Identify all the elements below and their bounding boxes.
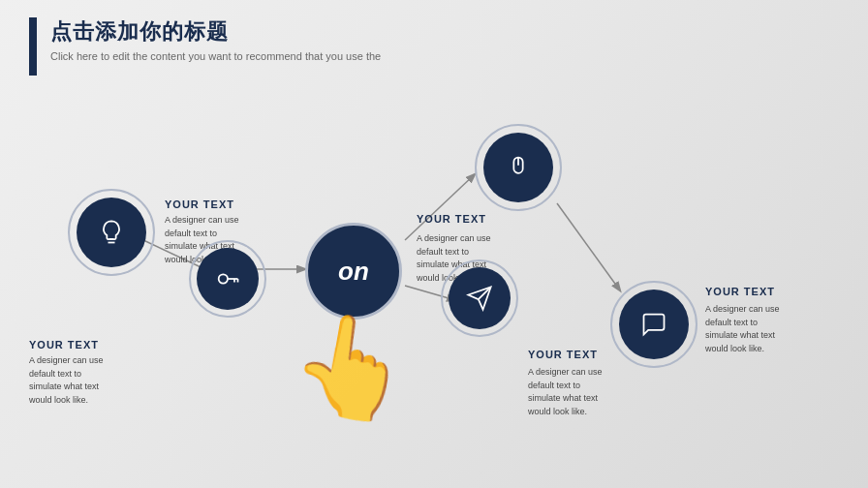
diagram: YOUR TEXT A designer can usedefault text… (0, 97, 868, 488)
chat-title: YOUR TEXT (705, 286, 822, 297)
chat-body: A designer can usedefault text tosimulat… (705, 303, 851, 355)
chat-circle-inner (619, 290, 689, 359)
plane-circle-inner (449, 267, 511, 329)
plane-label: A designer can usedefault text tosimulat… (528, 366, 644, 418)
header-text: 点击添加你的标题 Click here to edit the content … (50, 17, 381, 62)
page-title: 点击添加你的标题 (50, 17, 381, 46)
header-accent (29, 17, 37, 76)
center-text: on (338, 257, 369, 287)
plane-label-title: YOUR TEXT (528, 349, 615, 364)
header: 点击添加你的标题 Click here to edit the content … (0, 17, 868, 76)
key-label: YOUR TEXT A designer can usedefault text… (29, 339, 155, 407)
svg-point-7 (219, 274, 228, 283)
mouse-title: YOUR TEXT (417, 213, 494, 225)
chat-circle-outer (610, 281, 698, 368)
svg-line-4 (557, 203, 620, 290)
chat-label-title: YOUR TEXT (705, 286, 822, 301)
bulb-circle-outer (68, 189, 155, 276)
mouse-circle-outer (475, 124, 562, 211)
bulb-circle-inner (77, 198, 146, 267)
plane-title: YOUR TEXT (528, 349, 615, 360)
key-body: A designer can usedefault text tosimulat… (29, 354, 155, 407)
plane-circle-outer (441, 259, 518, 337)
svg-line-2 (405, 174, 475, 240)
key-title: YOUR TEXT (29, 339, 155, 351)
page-subtitle: Click here to edit the content you want … (50, 50, 381, 62)
mouse-label-title: YOUR TEXT (417, 213, 494, 229)
plane-body: A designer can usedefault text tosimulat… (528, 366, 644, 418)
bulb-title: YOUR TEXT (165, 198, 281, 210)
chat-label: A designer can usedefault text tosimulat… (705, 303, 851, 355)
key-circle-outer (189, 240, 266, 318)
mouse-circle-inner (483, 133, 553, 202)
key-circle-inner (197, 248, 259, 310)
hand-pointer: 👆 (282, 300, 421, 434)
